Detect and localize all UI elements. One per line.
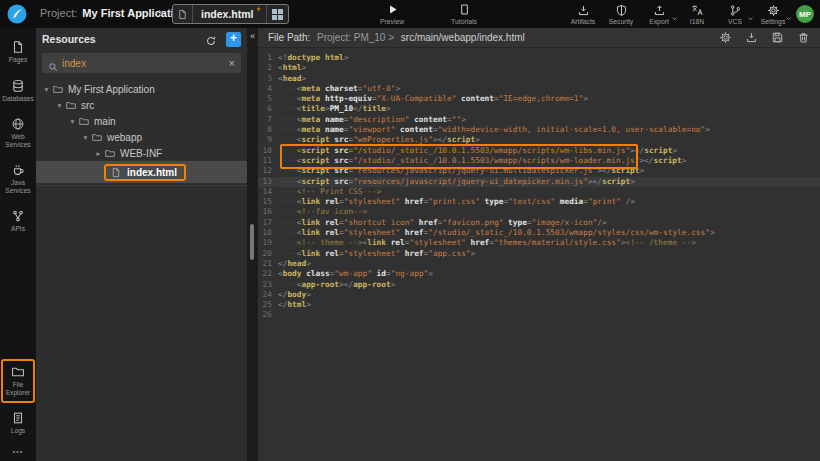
code-line-14[interactable]: 14····<!-- Print CSS -->: [258, 187, 820, 197]
tree-row-web-inf[interactable]: ▸WEB-INF: [36, 145, 247, 161]
grid-icon[interactable]: [266, 5, 288, 23]
code-line-18[interactable]: 18····<link rel="stylesheet" href="/stud…: [258, 228, 820, 238]
tree-row-webapp[interactable]: ▾webapp: [36, 129, 247, 145]
artifacts-button[interactable]: Artifacts: [568, 3, 598, 25]
add-resource-button[interactable]: +: [226, 32, 241, 47]
resources-title: Resources: [42, 33, 205, 45]
line-number: 14: [258, 187, 278, 197]
plug-icon: [11, 209, 25, 223]
line-number: 21: [258, 259, 278, 269]
expander-icon[interactable]: ▾: [54, 101, 65, 110]
sidebar-item-file-explorer[interactable]: File Explorer: [1, 359, 35, 403]
preview-button[interactable]: Preview: [369, 3, 415, 25]
sidebar-item-java-services[interactable]: Java Services: [1, 157, 35, 201]
tree-row-my-first-application[interactable]: ▾My First Application: [36, 81, 247, 97]
line-number: 3: [258, 74, 278, 84]
line-content: ····<script src="/studio/_static_/10.0.1…: [278, 156, 686, 166]
expander-icon[interactable]: ▾: [67, 117, 78, 126]
line-content: ····<app-root></app-root>: [278, 280, 395, 290]
code-line-8[interactable]: 8····<meta name="viewport" content="widt…: [258, 125, 820, 135]
code-line-12[interactable]: 12····<script src="resources/javascript/…: [258, 166, 820, 176]
download-button[interactable]: [745, 31, 758, 44]
sidebar-item-web-services[interactable]: Web Services: [1, 111, 35, 155]
security-button[interactable]: Security: [606, 3, 636, 25]
sidebar-more-button[interactable]: •••: [13, 444, 23, 457]
settings-button[interactable]: [719, 31, 732, 44]
line-content: <head>: [278, 74, 306, 84]
search-input[interactable]: [62, 58, 225, 69]
save-button[interactable]: [771, 31, 784, 44]
code-line-17[interactable]: 17····<link rel="shortcut icon" href="fa…: [258, 218, 820, 228]
sidebar-item-pages[interactable]: Pages: [1, 34, 35, 71]
code-line-1[interactable]: 1<!doctype html>: [258, 53, 820, 63]
file-icon: [173, 5, 193, 23]
line-content: </head>: [278, 259, 311, 269]
code-line-19[interactable]: 19····<!-- theme --><link rel="styleshee…: [258, 238, 820, 248]
code-line-20[interactable]: 20····<link rel="stylesheet" href="app.c…: [258, 249, 820, 259]
expander-icon[interactable]: ▸: [93, 149, 104, 158]
play-icon: [386, 3, 399, 16]
tab-label: index.html: [193, 8, 257, 20]
code-line-6[interactable]: 6····<title>PM_10</title>: [258, 104, 820, 114]
sidebar-item-logs[interactable]: Logs: [1, 405, 35, 442]
tree-row-src[interactable]: ▾src: [36, 97, 247, 113]
line-content: ····<script src="resources/javascript/jq…: [278, 166, 644, 176]
folder-icon: [104, 148, 116, 159]
line-content: <body class="wm-app" id="ng-app">: [278, 269, 433, 279]
code-line-15[interactable]: 15····<link rel="stylesheet" href="print…: [258, 197, 820, 207]
code-line-11[interactable]: 11····<script src="/studio/_static_/10.0…: [258, 156, 820, 166]
code-line-3[interactable]: 3<head>: [258, 74, 820, 84]
tree-row-index-html[interactable]: index.html: [36, 161, 247, 183]
avatar[interactable]: MP: [796, 5, 814, 23]
vcs-button[interactable]: VCS: [720, 3, 750, 25]
code-line-13[interactable]: 13····<script src="resources/javascript/…: [258, 177, 820, 187]
code-line-26[interactable]: 26: [258, 310, 820, 320]
code-line-23[interactable]: 23····<app-root></app-root>: [258, 280, 820, 290]
sidebar: PagesDatabasesWeb ServicesJava ServicesA…: [0, 28, 36, 461]
code-line-5[interactable]: 5····<meta http-equiv="X-UA-Compatible" …: [258, 94, 820, 104]
clear-search-icon[interactable]: ×: [229, 58, 235, 69]
line-number: 19: [258, 238, 278, 248]
code-line-22[interactable]: 22<body class="wm-app" id="ng-app">: [258, 269, 820, 279]
search-icon: [48, 58, 58, 68]
delete-button[interactable]: [797, 31, 810, 44]
line-number: 22: [258, 269, 278, 279]
app-logo-icon[interactable]: [7, 4, 27, 24]
expander-icon[interactable]: ▾: [80, 133, 91, 142]
settings-button[interactable]: Settings: [758, 3, 788, 25]
line-content: ····<!-- theme --><link rel="stylesheet"…: [278, 238, 696, 248]
refresh-icon[interactable]: [205, 33, 217, 45]
sidebar-item-databases[interactable]: Databases: [1, 73, 35, 110]
code-line-24[interactable]: 24</body>: [258, 290, 820, 300]
line-number: 12: [258, 166, 278, 176]
code-line-7[interactable]: 7····<meta name="description" content=""…: [258, 115, 820, 125]
code-line-9[interactable]: 9····<script src="wmProperties.js"></scr…: [258, 135, 820, 145]
line-number: 5: [258, 94, 278, 104]
line-number: 8: [258, 125, 278, 135]
code-line-21[interactable]: 21</head>: [258, 259, 820, 269]
line-number: 9: [258, 135, 278, 145]
sidebar-item-apis[interactable]: APIs: [1, 203, 35, 240]
tree-divider: [36, 185, 247, 186]
tree-row-main[interactable]: ▾main: [36, 113, 247, 129]
collapse-panel-icon[interactable]: «: [247, 28, 258, 41]
project-label: Project:: [40, 7, 77, 19]
tutorials-button[interactable]: Tutorials: [441, 3, 487, 25]
tree-scrollbar[interactable]: [250, 224, 254, 260]
topbar-tools: ArtifactsSecurityExportI18NVCSSettings: [568, 3, 788, 25]
code-line-10[interactable]: 10····<script src="/studio/_static_/10.0…: [258, 146, 820, 156]
line-content: ····<script src="wmProperties.js"></scri…: [278, 135, 480, 145]
i18n-button[interactable]: I18N: [682, 3, 712, 25]
file-icon: [110, 167, 122, 178]
line-content: </html>: [278, 300, 311, 310]
code-line-16[interactable]: 16····<!--fav icon-->: [258, 207, 820, 217]
code-area[interactable]: 1<!doctype html>2<html>3<head>4····<meta…: [258, 48, 820, 461]
branch-icon: [729, 3, 742, 16]
code-line-25[interactable]: 25</html>: [258, 300, 820, 310]
code-line-4[interactable]: 4····<meta charset="utf-8">: [258, 84, 820, 94]
expander-icon[interactable]: ▾: [41, 85, 52, 94]
editor-toolbar: [719, 31, 810, 44]
export-button[interactable]: Export: [644, 3, 674, 25]
code-line-2[interactable]: 2<html>: [258, 63, 820, 73]
tab-index-html[interactable]: index.html *: [172, 4, 289, 24]
